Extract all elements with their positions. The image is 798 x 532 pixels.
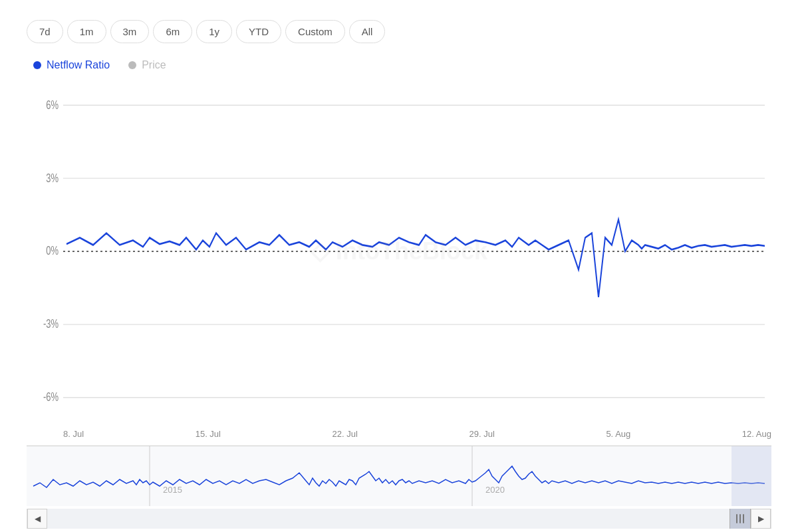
netflow-dot bbox=[33, 61, 41, 69]
x-label-4: 29. Jul bbox=[469, 429, 494, 439]
time-btn-custom[interactable]: Custom bbox=[285, 20, 345, 43]
time-btn-ytd[interactable]: YTD bbox=[236, 20, 281, 43]
handle-line-3 bbox=[743, 514, 744, 523]
main-chart-svg: 6% 3% 0% -3% -6% bbox=[27, 78, 771, 425]
mini-chart-svg: 2015 2020 bbox=[27, 446, 771, 506]
time-btn-all[interactable]: All bbox=[349, 20, 386, 43]
legend-netflow: Netflow Ratio bbox=[33, 59, 110, 71]
svg-text:0%: 0% bbox=[46, 244, 59, 257]
svg-text:2020: 2020 bbox=[485, 485, 505, 495]
price-label: Price bbox=[142, 59, 166, 71]
x-axis: 8. Jul 15. Jul 22. Jul 29. Jul 5. Aug 12… bbox=[27, 425, 771, 443]
x-label-6: 12. Aug bbox=[742, 429, 771, 439]
mini-chart-wrapper: 2015 2020 ◀ bbox=[27, 446, 771, 525]
scroll-handle[interactable] bbox=[730, 509, 751, 529]
time-btn-3m[interactable]: 3m bbox=[110, 20, 150, 43]
time-range-controls: 7d1m3m6m1yYTDCustomAll bbox=[27, 20, 771, 43]
main-chart-area: ◇ IntoTheBlock 6% 3% 0% -3% -6% bbox=[27, 78, 771, 425]
svg-rect-15 bbox=[732, 446, 771, 506]
time-btn-6m[interactable]: 6m bbox=[153, 20, 192, 43]
x-label-1: 8. Jul bbox=[63, 429, 84, 439]
scroll-track[interactable] bbox=[47, 509, 751, 529]
svg-text:3%: 3% bbox=[46, 172, 59, 184]
x-label-2: 15. Jul bbox=[196, 429, 221, 439]
time-btn-1m[interactable]: 1m bbox=[67, 20, 106, 43]
main-chart-wrapper: ◇ IntoTheBlock 6% 3% 0% -3% -6% bbox=[27, 78, 771, 525]
legend-price: Price bbox=[128, 59, 166, 71]
navigator-scrollbar[interactable]: ◀ ▶ bbox=[27, 509, 771, 529]
time-btn-7d[interactable]: 7d bbox=[27, 20, 63, 43]
x-label-3: 22. Jul bbox=[332, 429, 358, 439]
price-dot bbox=[128, 61, 136, 69]
chart-legend: Netflow Ratio Price bbox=[27, 59, 771, 71]
svg-text:-6%: -6% bbox=[43, 390, 59, 403]
netflow-label: Netflow Ratio bbox=[47, 59, 110, 71]
scroll-left-arrow[interactable]: ◀ bbox=[27, 509, 47, 529]
x-label-5: 5. Aug bbox=[606, 429, 630, 439]
svg-text:2015: 2015 bbox=[163, 485, 182, 495]
scroll-right-arrow[interactable]: ▶ bbox=[751, 509, 771, 529]
handle-line-2 bbox=[739, 514, 741, 523]
handle-line-1 bbox=[736, 514, 737, 523]
svg-text:6%: 6% bbox=[46, 98, 59, 111]
handle-grip bbox=[736, 514, 744, 523]
svg-rect-10 bbox=[27, 446, 771, 506]
svg-text:-3%: -3% bbox=[43, 317, 59, 330]
time-btn-1y[interactable]: 1y bbox=[196, 20, 232, 43]
